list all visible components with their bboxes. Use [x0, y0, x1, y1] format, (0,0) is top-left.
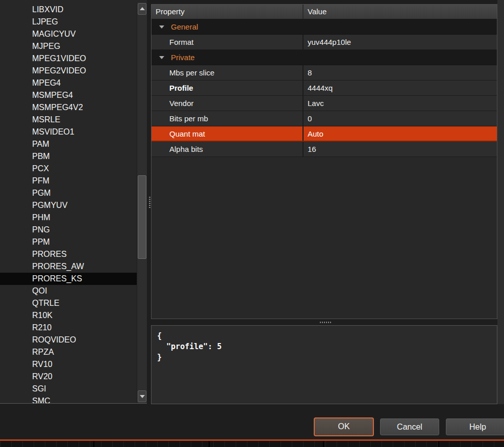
scroll-up-button[interactable] [138, 3, 146, 15]
list-item[interactable]: PGMYUV [0, 199, 137, 212]
property-name: Bits per mb [152, 111, 304, 126]
list-item[interactable]: MSVIDEO1 [0, 126, 137, 138]
column-header-value: Value [304, 5, 497, 19]
property-value: 0 [304, 111, 497, 126]
list-item[interactable]: R210 [0, 322, 137, 334]
horizontal-splitter-handle[interactable] [320, 322, 331, 323]
vertical-splitter-handle[interactable] [148, 197, 150, 212]
list-item[interactable]: ROQVIDEO [0, 334, 137, 346]
background-ruler-strip [0, 441, 504, 447]
list-item[interactable]: PCX [0, 163, 137, 175]
arrow-down-icon [140, 395, 145, 398]
property-name: Alpha bits [152, 142, 304, 156]
list-item[interactable]: PPM [0, 236, 137, 248]
property-row[interactable]: Mbs per slice8 [152, 65, 497, 81]
arrow-up-icon [140, 7, 145, 10]
list-item[interactable]: SGI [0, 383, 137, 395]
property-row[interactable]: VendorLavc [152, 96, 497, 111]
property-value: 16 [304, 142, 497, 156]
property-row[interactable]: Quant matAuto [152, 126, 497, 142]
property-table-header: Property Value [152, 5, 497, 19]
property-group-row[interactable]: General [152, 19, 497, 35]
property-value: Auto [304, 126, 497, 141]
property-name: Quant mat [152, 126, 304, 141]
list-item[interactable]: RV10 [0, 358, 137, 371]
list-item[interactable]: PGM [0, 187, 137, 199]
list-item[interactable]: MAGICYUV [0, 28, 137, 40]
codec-list-scrollbar[interactable] [137, 3, 147, 403]
list-item[interactable]: LIBXVID [0, 4, 137, 16]
cancel-button[interactable]: Cancel [380, 418, 439, 435]
property-row[interactable]: Alpha bits16 [152, 142, 497, 157]
list-item[interactable]: PRORES [0, 248, 137, 260]
help-button[interactable]: Help [446, 418, 504, 435]
json-editor[interactable]: { "profile": 5 } [151, 325, 497, 404]
property-row[interactable]: Bits per mb0 [152, 111, 497, 126]
codec-list-items: LIBXVIDLJPEGMAGICYUVMJPEGMPEG1VIDEOMPEG2… [0, 4, 137, 404]
list-item[interactable]: MSMPEG4 [0, 89, 137, 101]
property-row[interactable]: Formatyuv444p10le [152, 35, 497, 50]
property-name: Format [152, 35, 304, 49]
right-margin-strip [497, 0, 504, 404]
property-value: Lavc [304, 96, 497, 111]
property-value: yuv444p10le [304, 35, 497, 49]
scrollbar-thumb[interactable] [138, 175, 146, 259]
property-name: Profile [152, 81, 304, 95]
list-item[interactable]: R10K [0, 309, 137, 322]
list-item[interactable]: PNG [0, 224, 137, 236]
list-item[interactable]: SMC [0, 395, 137, 404]
codec-list: LIBXVIDLJPEGMAGICYUVMJPEGMPEG1VIDEOMPEG2… [0, 0, 147, 404]
list-item[interactable]: MSRLE [0, 114, 137, 126]
list-item[interactable]: MPEG4 [0, 77, 137, 89]
list-item[interactable]: QTRLE [0, 297, 137, 309]
scroll-down-button[interactable] [138, 390, 146, 402]
property-rows: GeneralFormatyuv444p10lePrivateMbs per s… [152, 19, 497, 157]
property-row[interactable]: Profile4444xq [152, 81, 497, 96]
list-item[interactable]: LJPEG [0, 16, 137, 28]
list-item[interactable]: PRORES_KS [0, 273, 137, 285]
property-name: Mbs per slice [152, 65, 304, 80]
list-item[interactable]: MPEG1VIDEO [0, 52, 137, 65]
list-item[interactable]: QOI [0, 285, 137, 297]
group-label: Private [171, 53, 195, 62]
list-item[interactable]: MJPEG [0, 40, 137, 52]
list-item[interactable]: PHM [0, 212, 137, 224]
property-name: Vendor [152, 96, 304, 111]
list-item[interactable]: PAM [0, 138, 137, 150]
list-item[interactable]: MSMPEG4V2 [0, 101, 137, 114]
list-item[interactable]: MPEG2VIDEO [0, 65, 137, 77]
column-header-property: Property [152, 5, 304, 19]
collapse-arrow-icon[interactable] [159, 56, 164, 59]
ok-button[interactable]: OK [314, 417, 374, 436]
list-item[interactable]: RPZA [0, 346, 137, 358]
property-value: 4444xq [304, 81, 497, 95]
list-item[interactable]: RV20 [0, 371, 137, 383]
property-group-row[interactable]: Private [152, 50, 497, 65]
collapse-arrow-icon[interactable] [159, 25, 164, 29]
list-item[interactable]: PFM [0, 175, 137, 187]
group-label: General [171, 22, 198, 31]
property-table: Property Value GeneralFormatyuv444p10leP… [151, 4, 497, 319]
list-item[interactable]: PBM [0, 150, 137, 163]
list-item[interactable]: PRORES_AW [0, 260, 137, 273]
codec-properties-dialog: LIBXVIDLJPEGMAGICYUVMJPEGMPEG1VIDEOMPEG2… [0, 0, 504, 447]
property-value: 8 [304, 65, 497, 80]
